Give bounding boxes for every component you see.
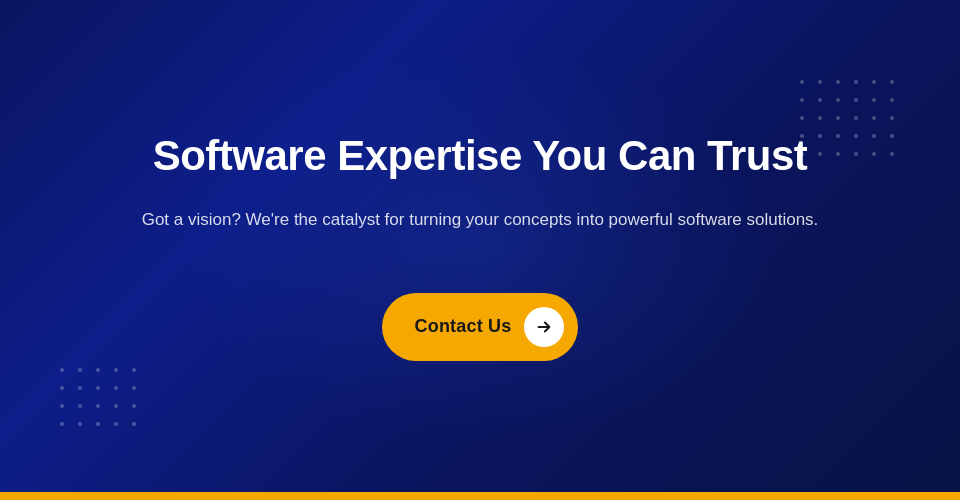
dot <box>78 422 82 426</box>
dot <box>60 422 64 426</box>
dot <box>96 386 100 390</box>
dot <box>114 386 118 390</box>
cta-arrow-circle <box>524 307 564 347</box>
dot <box>818 152 822 156</box>
dot <box>800 80 804 84</box>
arrow-right-icon <box>535 318 553 336</box>
dot <box>78 368 82 372</box>
dot <box>132 368 136 372</box>
page-wrapper: Software Expertise You Can Trust Got a v… <box>0 0 960 500</box>
dot <box>872 80 876 84</box>
hero-title: Software Expertise You Can Trust <box>142 131 819 181</box>
dot <box>132 386 136 390</box>
dot <box>854 116 858 120</box>
dot <box>78 386 82 390</box>
dot <box>890 80 894 84</box>
bottom-bar <box>0 492 960 500</box>
dot <box>60 368 64 372</box>
dot <box>60 386 64 390</box>
dot <box>872 116 876 120</box>
dot <box>96 404 100 408</box>
dot <box>872 134 876 138</box>
dot <box>890 152 894 156</box>
dot <box>818 80 822 84</box>
dot <box>854 152 858 156</box>
dots-bottom-left <box>60 368 142 432</box>
hero-subtitle: Got a vision? We're the catalyst for tur… <box>142 206 819 233</box>
dot <box>114 404 118 408</box>
dot <box>132 404 136 408</box>
dot <box>890 98 894 102</box>
dot <box>818 116 822 120</box>
dot <box>800 98 804 102</box>
dot <box>872 152 876 156</box>
dot <box>114 368 118 372</box>
dot <box>96 368 100 372</box>
dot <box>836 134 840 138</box>
dot <box>836 98 840 102</box>
hero-section: Software Expertise You Can Trust Got a v… <box>0 0 960 492</box>
dot <box>818 134 822 138</box>
dot <box>818 98 822 102</box>
dot <box>854 80 858 84</box>
dot <box>854 134 858 138</box>
cta-button-label: Contact Us <box>414 316 511 337</box>
dot <box>836 116 840 120</box>
dot <box>96 422 100 426</box>
dot <box>114 422 118 426</box>
dot <box>60 404 64 408</box>
dot <box>132 422 136 426</box>
dot <box>890 116 894 120</box>
dot <box>800 116 804 120</box>
dot <box>890 134 894 138</box>
contact-us-button[interactable]: Contact Us <box>382 293 577 361</box>
dot <box>836 152 840 156</box>
dot <box>78 404 82 408</box>
dot <box>836 80 840 84</box>
dot <box>872 98 876 102</box>
dot <box>854 98 858 102</box>
hero-content: Software Expertise You Can Trust Got a v… <box>142 131 819 361</box>
